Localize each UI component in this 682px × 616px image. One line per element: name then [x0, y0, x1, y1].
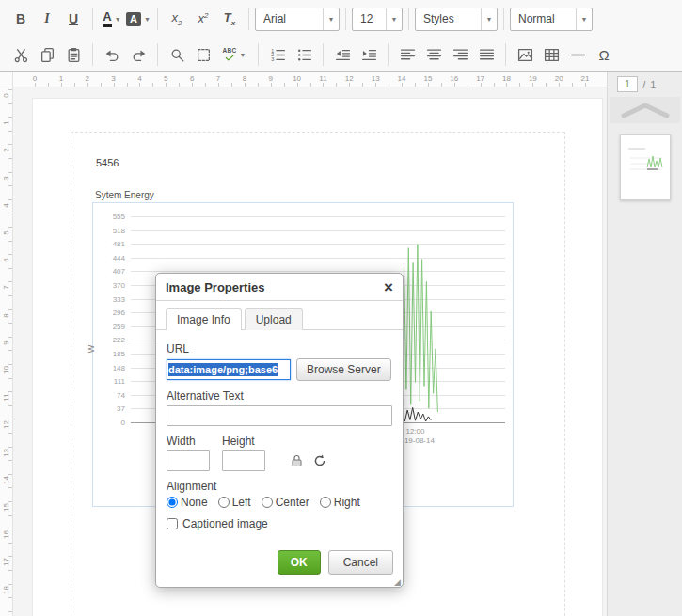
background-color-button[interactable]: A▼ — [126, 8, 151, 31]
horizontal-rule-icon — [570, 47, 586, 63]
justify-button[interactable] — [474, 43, 499, 67]
remove-format-button[interactable]: Tx — [217, 8, 242, 31]
underline-button[interactable]: U — [61, 8, 86, 31]
toolbar-separator — [248, 8, 249, 30]
numbered-list-button[interactable]: 123 — [265, 43, 290, 67]
styles-combo[interactable]: Styles▼ — [415, 8, 498, 31]
redo-icon — [131, 47, 147, 63]
styles-value: Styles — [416, 12, 481, 25]
numbered-list-icon: 123 — [270, 47, 286, 63]
width-label: Width — [167, 434, 210, 448]
height-input[interactable] — [222, 450, 265, 471]
browse-server-button[interactable]: Browse Server — [296, 358, 391, 381]
editor-toolbar: B I U A▼ A▼ x2 x2 Tx Arial▼ 12▼ Styles▼ … — [0, 0, 682, 72]
insert-table-button[interactable] — [539, 43, 563, 67]
toolbar-separator — [503, 8, 504, 30]
justify-icon — [479, 47, 495, 63]
cut-button[interactable] — [8, 43, 33, 67]
font-name-combo[interactable]: Arial▼ — [255, 8, 340, 31]
align-right-icon — [452, 47, 468, 63]
close-icon[interactable]: × — [384, 281, 393, 294]
dialog-header[interactable]: Image Properties × — [156, 274, 403, 301]
indent-button[interactable] — [357, 43, 381, 67]
lock-ratio-icon[interactable] — [291, 453, 303, 467]
outdent-button[interactable] — [330, 43, 355, 67]
tab-upload[interactable]: Upload — [245, 308, 303, 330]
toolbar-separator — [388, 43, 389, 66]
alignment-left-radio[interactable]: Left — [218, 496, 251, 509]
bulleted-list-button[interactable] — [292, 43, 316, 67]
dialog-footer: OK Cancel — [156, 541, 403, 587]
cancel-button[interactable]: Cancel — [328, 550, 393, 575]
find-button[interactable] — [165, 43, 189, 67]
alignment-right-radio[interactable]: Right — [320, 496, 360, 509]
outdent-icon — [335, 47, 351, 63]
font-size-combo[interactable]: 12▼ — [352, 8, 403, 31]
toolbar-row-2: ABC▼ 123 Ω — [0, 38, 682, 71]
current-page-box[interactable]: 1 — [617, 76, 638, 92]
select-all-button[interactable] — [191, 43, 215, 67]
text-color-button[interactable]: A▼ — [100, 8, 124, 31]
reset-size-icon[interactable] — [313, 453, 326, 467]
chevron-down-icon: ▼ — [386, 8, 402, 30]
remove-format-icon: Tx — [224, 11, 235, 27]
indent-icon — [361, 47, 377, 63]
undo-button[interactable] — [100, 43, 124, 67]
collapse-panel-button[interactable] — [610, 97, 680, 123]
spell-check-icon: ABC — [223, 48, 237, 61]
bold-button[interactable]: B — [8, 8, 33, 31]
alignment-right-input[interactable] — [320, 497, 331, 508]
page-indicator: 1 / 1 — [608, 72, 682, 96]
url-input[interactable]: data:image/png;base6 — [167, 359, 291, 380]
image-icon — [517, 47, 533, 63]
url-selected-text: data:image/png;base6 — [168, 363, 278, 376]
align-center-button[interactable] — [421, 43, 446, 67]
superscript-button[interactable]: x2 — [191, 8, 215, 31]
underline-icon: U — [69, 12, 78, 25]
chevron-down-icon: ▼ — [323, 8, 339, 30]
text-color-icon: A — [103, 10, 111, 26]
paragraph-format-combo[interactable]: Normal▼ — [510, 8, 593, 31]
page-thumbnail[interactable] — [620, 134, 671, 200]
width-input[interactable] — [167, 450, 210, 471]
alignment-none-input[interactable] — [167, 497, 178, 508]
tab-image-info[interactable]: Image Info — [166, 308, 242, 330]
document-text[interactable]: 5456 — [96, 157, 119, 168]
alignment-none-radio[interactable]: None — [167, 496, 208, 509]
alternative-text-label: Alternative Text — [167, 389, 392, 403]
redo-button[interactable] — [126, 43, 151, 67]
special-character-button[interactable]: Ω — [592, 43, 616, 67]
horizontal-ruler: 0123456789101112131415161718192021 — [13, 72, 607, 87]
paragraph-format-value: Normal — [511, 12, 576, 25]
subscript-button[interactable]: x2 — [165, 8, 189, 31]
italic-button[interactable]: I — [35, 8, 59, 31]
alignment-label: Alignment — [167, 480, 392, 493]
align-right-button[interactable] — [448, 43, 472, 67]
svg-text:3: 3 — [271, 56, 274, 62]
alignment-left-input[interactable] — [218, 497, 230, 508]
undo-icon — [104, 47, 120, 63]
italic-icon: I — [44, 12, 49, 25]
font-size-value: 12 — [353, 12, 386, 25]
alternative-text-input[interactable] — [167, 405, 392, 426]
table-icon — [544, 47, 560, 63]
alignment-center-radio[interactable]: Center — [262, 496, 309, 509]
align-left-button[interactable] — [395, 43, 420, 67]
paste-button[interactable] — [61, 43, 86, 67]
bulleted-list-icon — [296, 47, 312, 63]
horizontal-rule-button[interactable] — [565, 43, 590, 67]
dialog-title: Image Properties — [166, 280, 265, 294]
search-icon — [169, 47, 185, 63]
chevron-down-icon: ▼ — [144, 16, 151, 23]
alignment-center-input[interactable] — [262, 497, 273, 508]
spell-check-button[interactable]: ABC▼ — [217, 43, 251, 67]
ok-button[interactable]: OK — [278, 550, 321, 575]
bold-icon: B — [16, 12, 25, 25]
copy-button[interactable] — [35, 43, 59, 67]
superscript-icon: x2 — [198, 12, 209, 24]
chevron-down-icon: ▼ — [115, 16, 121, 23]
resize-grip[interactable]: ◢ — [394, 577, 401, 587]
captioned-image-checkbox-label[interactable]: Captioned image — [167, 517, 392, 530]
captioned-image-checkbox[interactable] — [167, 518, 178, 529]
insert-image-button[interactable] — [513, 43, 537, 67]
